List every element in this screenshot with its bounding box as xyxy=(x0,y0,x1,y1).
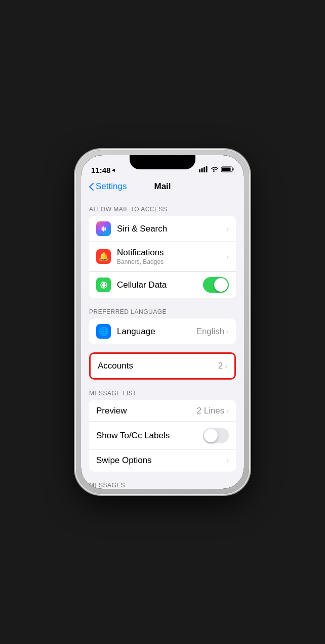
show-tocc-knob xyxy=(204,429,218,442)
accounts-chevron: › xyxy=(225,362,227,370)
cellular-title: Cellular Data xyxy=(117,280,203,290)
language-group: 🌐 Language English › xyxy=(89,318,236,344)
status-icons xyxy=(199,165,234,174)
notifications-subtitle: Banners, Badges xyxy=(117,258,226,265)
accounts-wrapper: Accounts 2 › xyxy=(89,352,236,380)
notifications-icon: 🔔 xyxy=(96,249,111,264)
cellular-icon xyxy=(96,278,111,292)
notifications-right: › xyxy=(226,253,229,261)
battery-icon xyxy=(221,165,234,174)
content-area: ALLOW MAIL TO ACCESS xyxy=(81,196,244,489)
show-tocc-content: Show To/Cc Labels xyxy=(96,431,203,441)
cellular-toggle[interactable] xyxy=(203,277,229,293)
language-chevron: › xyxy=(226,328,229,336)
back-button[interactable]: Settings xyxy=(89,181,127,192)
accounts-right: 2 › xyxy=(218,361,227,371)
swipe-options-row[interactable]: Swipe Options › xyxy=(89,449,236,472)
siri-search-chevron: › xyxy=(226,225,229,233)
location-icon: ◂ xyxy=(112,167,115,173)
phone-frame: 11:48 ◂ xyxy=(76,150,249,494)
section-label-messages: MESSAGES xyxy=(81,472,244,489)
notifications-chevron: › xyxy=(226,253,229,261)
language-value: English xyxy=(196,327,225,337)
svg-rect-1 xyxy=(201,168,203,172)
allow-mail-group: Siri & Search › 🔔 Notifications xyxy=(89,216,236,298)
cellular-toggle-knob xyxy=(214,278,228,292)
preview-right: 2 Lines › xyxy=(197,406,229,416)
svg-rect-5 xyxy=(233,168,234,170)
svg-rect-2 xyxy=(204,167,205,172)
siri-search-content: Siri & Search xyxy=(117,224,226,234)
svg-rect-3 xyxy=(206,166,208,172)
language-right: English › xyxy=(196,327,229,337)
swipe-options-title: Swipe Options xyxy=(96,455,226,466)
language-content: Language xyxy=(117,327,196,337)
siri-search-title: Siri & Search xyxy=(117,224,226,234)
cellular-content: Cellular Data xyxy=(117,280,203,290)
section-label-message-list: MESSAGE LIST xyxy=(81,380,244,400)
phone-inner: 11:48 ◂ xyxy=(81,155,244,489)
show-tocc-right[interactable] xyxy=(203,428,229,443)
language-title: Language xyxy=(117,327,196,337)
swipe-options-content: Swipe Options xyxy=(96,455,226,466)
screen: 11:48 ◂ xyxy=(81,155,244,489)
language-icon: 🌐 xyxy=(96,324,111,339)
accounts-content: Accounts xyxy=(98,361,218,371)
preview-chevron: › xyxy=(226,407,229,415)
notifications-content: Notifications Banners, Badges xyxy=(117,248,226,265)
wifi-icon xyxy=(211,165,219,174)
siri-search-right: › xyxy=(226,225,229,233)
signal-icon xyxy=(199,165,208,174)
notch xyxy=(130,155,195,169)
svg-rect-6 xyxy=(222,168,231,171)
back-label: Settings xyxy=(96,181,127,192)
show-tocc-row[interactable]: Show To/Cc Labels xyxy=(89,422,236,449)
swipe-options-right: › xyxy=(226,456,229,465)
svg-point-8 xyxy=(101,227,103,231)
show-tocc-toggle[interactable] xyxy=(203,428,229,443)
cellular-data-row[interactable]: Cellular Data xyxy=(89,271,236,298)
show-tocc-title: Show To/Cc Labels xyxy=(96,431,203,441)
section-label-language: PREFERRED LANGUAGE xyxy=(81,298,244,318)
svg-point-10 xyxy=(104,227,106,231)
siri-icon xyxy=(96,221,111,236)
page-title: Mail xyxy=(154,181,171,192)
notifications-title: Notifications xyxy=(117,248,226,258)
preview-row[interactable]: Preview 2 Lines › xyxy=(89,400,236,422)
message-list-group: Preview 2 Lines › Show To/Cc Labels xyxy=(89,400,236,472)
accounts-row[interactable]: Accounts 2 › xyxy=(89,352,236,380)
accounts-title: Accounts xyxy=(98,361,218,371)
section-label-allow-mail: ALLOW MAIL TO ACCESS xyxy=(81,196,244,216)
preview-content: Preview xyxy=(96,406,197,416)
svg-rect-0 xyxy=(199,169,200,172)
siri-search-row[interactable]: Siri & Search › xyxy=(89,216,236,242)
swipe-options-chevron: › xyxy=(226,456,229,465)
status-time: 11:48 ◂ xyxy=(91,166,115,174)
nav-bar: Settings Mail xyxy=(81,177,244,196)
svg-point-9 xyxy=(103,226,104,232)
notifications-row[interactable]: 🔔 Notifications Banners, Badges › xyxy=(89,242,236,271)
language-row[interactable]: 🌐 Language English › xyxy=(89,318,236,344)
cellular-right[interactable] xyxy=(203,277,229,293)
preview-value: 2 Lines xyxy=(197,406,225,416)
accounts-value: 2 xyxy=(218,361,223,371)
preview-title: Preview xyxy=(96,406,197,416)
